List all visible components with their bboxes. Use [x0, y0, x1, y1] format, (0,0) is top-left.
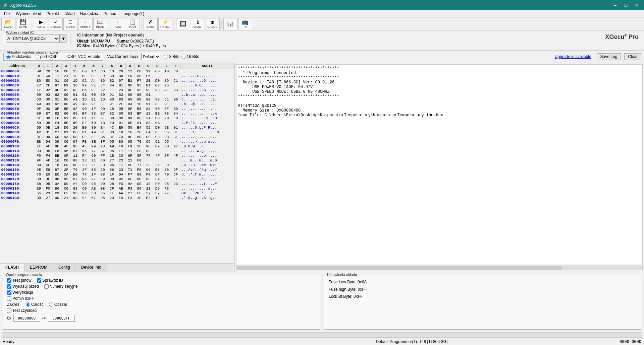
hex-cell-16-10[interactable]: F9 — [125, 144, 135, 149]
wykasuj-input[interactable] — [7, 284, 11, 289]
hex-cell-15-9[interactable]: 80 — [116, 139, 125, 144]
hex-cell-27-15[interactable] — [171, 196, 180, 200]
hex-cell-8-8[interactable]: 18 — [107, 107, 116, 111]
hex-cell-27-10[interactable]: F3 — [125, 196, 135, 200]
hex-cell-22-8[interactable]: 1F — [107, 172, 116, 177]
icsp-vcc-checkbox[interactable]: ICSP_VCC Enable — [61, 54, 100, 59]
hex-cell-11-14[interactable] — [162, 121, 171, 125]
hex-cell-16-5[interactable]: 4F — [80, 144, 89, 149]
hex-cell-22-3[interactable]: 2A — [62, 172, 71, 177]
hex-cell-12-15[interactable]: 01 — [171, 125, 180, 130]
hex-cell-1-13[interactable] — [153, 74, 162, 78]
hex-cell-0-3[interactable]: C0 — [62, 69, 71, 74]
hex-cell-5-10[interactable]: 00 — [125, 92, 135, 97]
hex-cell-11-0[interactable]: 59 — [34, 121, 43, 125]
hex-cell-10-1[interactable]: 8D — [43, 116, 52, 121]
icsp-vcc-input[interactable] — [61, 55, 65, 59]
hex-cell-10-14[interactable]: 20 — [162, 116, 171, 121]
hex-cell-16-4[interactable]: 9F — [71, 144, 80, 149]
hex-cell-13-5[interactable]: 01 — [80, 130, 89, 135]
menu-item-wybierz-uk-ad[interactable]: Wybierz układ — [13, 11, 44, 17]
menu-item-language-l-[interactable]: Language(L) — [119, 11, 147, 17]
sprawdz-id-input[interactable] — [37, 278, 41, 283]
hex-cell-7-6[interactable]: 91 — [89, 102, 98, 107]
hex-cell-14-0[interactable]: 8F — [34, 135, 43, 139]
hex-cell-19-11[interactable]: F0 — [135, 158, 144, 163]
hex-cell-27-2[interactable]: 00 — [52, 196, 61, 200]
hex-cell-15-8[interactable]: 95 — [107, 139, 116, 144]
hex-cell-3-15[interactable] — [171, 83, 180, 88]
hex-cell-7-15[interactable] — [171, 102, 180, 107]
hex-cell-0-4[interactable]: 15 — [71, 69, 80, 74]
hex-cell-10-3[interactable]: 01 — [62, 116, 71, 121]
hex-cell-1-0[interactable]: 0F — [34, 74, 43, 78]
hex-cell-11-12[interactable]: 88 — [144, 121, 153, 125]
hex-cell-19-9[interactable]: 23 — [116, 158, 125, 163]
hex-cell-24-5[interactable]: C0 — [80, 182, 89, 186]
hex-cell-0-7[interactable]: C0 — [98, 69, 107, 74]
hex-cell-7-14[interactable]: 91 — [162, 102, 171, 107]
hex-cell-9-13[interactable]: BE — [153, 111, 162, 116]
hex-cell-13-13[interactable]: 8F — [153, 130, 162, 135]
hex-cell-23-1[interactable]: 0F — [43, 177, 52, 182]
hex-cell-15-12[interactable]: 95 — [144, 139, 153, 144]
hex-cell-4-4[interactable]: 0F — [71, 88, 80, 92]
hex-cell-15-2[interactable]: 09 — [52, 139, 61, 144]
hex-cell-4-10[interactable]: 8F — [125, 88, 135, 92]
menu-item-plik[interactable]: Plik — [1, 11, 13, 17]
hex-cell-11-7[interactable]: 1B — [98, 121, 107, 125]
hex-cell-15-10[interactable]: 95 — [125, 139, 135, 144]
hex-cell-27-7[interactable]: 95 — [98, 196, 107, 200]
hex-cell-1-8[interactable]: CD — [107, 74, 116, 78]
hex-cell-9-9[interactable]: 60 — [116, 111, 125, 116]
hex-cell-22-0[interactable]: 70 — [34, 172, 43, 177]
hex-cell-24-1[interactable]: 95 — [43, 182, 52, 186]
hex-cell-14-13[interactable]: 98 — [153, 135, 162, 139]
hex-cell-2-0[interactable]: B0 — [34, 78, 43, 83]
hex-cell-2-4[interactable]: 1D — [71, 78, 80, 83]
hex-cell-21-4[interactable]: 76 — [71, 167, 80, 172]
hex-cell-23-10[interactable]: 6E — [125, 177, 135, 182]
hex-cell-3-8[interactable]: 84 — [107, 83, 116, 88]
hex-cell-19-3[interactable]: C0 — [62, 158, 71, 163]
hex-cell-0-5[interactable]: C0 — [80, 69, 89, 74]
hex-cell-8-2[interactable]: 0F — [52, 107, 61, 111]
hex-cell-18-3[interactable]: 0F — [62, 153, 71, 158]
hex-cell-6-1[interactable]: 00 — [43, 97, 52, 102]
hex-cell-2-14[interactable]: 89 — [162, 78, 171, 83]
hex-cell-13-2[interactable]: C7 — [52, 130, 61, 135]
hex-cell-27-3[interactable]: 24 — [62, 196, 71, 200]
hex-cell-25-14[interactable]: F3 — [162, 186, 171, 191]
hex-cell-7-5[interactable]: 40 — [80, 102, 89, 107]
hex-cell-3-5[interactable]: 99 — [80, 83, 89, 88]
hex-cell-3-1[interactable]: CF — [43, 83, 52, 88]
hex-cell-17-11[interactable]: F8 — [135, 149, 144, 153]
hex-cell-12-5[interactable]: E0 — [80, 125, 89, 130]
hex-cell-8-12[interactable]: 83 — [144, 107, 153, 111]
hex-cell-0-10[interactable]: 12 — [125, 69, 135, 74]
test-pinow-input[interactable] — [7, 278, 11, 283]
hex-cell-14-3[interactable]: 9A — [62, 135, 71, 139]
hex-cell-19-6[interactable]: 21 — [89, 158, 98, 163]
hex-cell-11-10[interactable]: BE — [125, 121, 135, 125]
hex-cell-1-4[interactable]: 1F — [71, 74, 80, 78]
hex-cell-21-5[interactable]: 2F — [80, 167, 89, 172]
hex-cell-15-14[interactable]: 95 — [162, 139, 171, 144]
hex-cell-1-7[interactable]: E9 — [98, 74, 107, 78]
hex-cell-23-11[interactable]: D0 — [135, 177, 144, 182]
hex-cell-2-6[interactable]: A4 — [89, 78, 98, 83]
hex-cell-22-13[interactable]: CF — [153, 172, 162, 177]
hex-cell-22-9[interactable]: DA — [116, 172, 125, 177]
hex-cell-10-6[interactable]: 11 — [89, 116, 98, 121]
blank-toolbar-button[interactable]: □BLANK — [63, 18, 77, 30]
hex-cell-18-12[interactable]: 7F — [144, 153, 153, 158]
hex-cell-17-9[interactable]: F1 — [116, 149, 125, 153]
ic-dropdown-button[interactable]: ▼ — [59, 34, 67, 43]
hex-cell-18-4[interactable]: 11 — [71, 153, 80, 158]
hex-cell-8-15[interactable]: BD — [171, 107, 180, 111]
close-button[interactable]: ✕ — [632, 1, 641, 9]
hex-cell-16-3[interactable]: 4F — [62, 144, 71, 149]
hex-cell-25-9[interactable]: AB — [116, 186, 125, 191]
hex-cell-4-12[interactable]: 9F — [144, 88, 153, 92]
hex-cell-13-12[interactable]: F4 — [144, 130, 153, 135]
